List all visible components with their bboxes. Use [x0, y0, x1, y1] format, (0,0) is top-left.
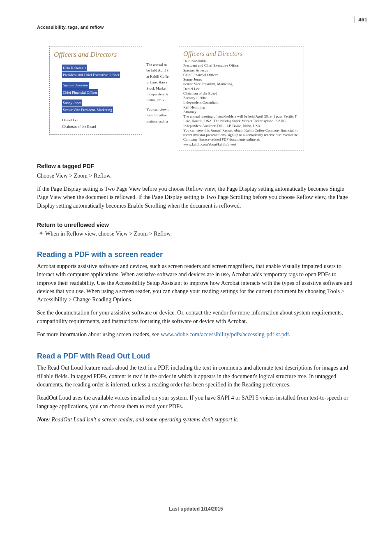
accessibility-pdf-link[interactable]: www.adobe.com/accessibility/pdfs/accessi…: [161, 331, 289, 338]
text: For more information about using screen …: [37, 331, 161, 338]
bullet-glyph: ❖: [37, 231, 45, 236]
bullet-row: ❖ When in Reflow view, choose View > Zoo…: [37, 231, 355, 237]
figure-left-title: Officers and Directors: [54, 51, 138, 59]
text: .: [289, 331, 291, 338]
heading-return-unreflowed: Return to unreflowed view: [37, 222, 355, 228]
figure-person-name: Halo Kahalukia: [62, 65, 87, 71]
page-number: 461: [354, 16, 367, 23]
figure-person-role: Senior Vice President, Marketing: [62, 106, 113, 113]
paragraph: ReadOut Loud uses the available voices i…: [37, 394, 355, 411]
figure-person-role: Chief Financial Officer: [62, 89, 98, 96]
figure-right-panel: Officers and Directors Halo Kahalukia Pr…: [179, 46, 304, 150]
paragraph: If the Page Display setting is Two Page …: [37, 185, 355, 210]
heading-screen-reader: Reading a PDF with a screen reader: [37, 250, 355, 259]
paragraph: Acrobat supports assistive software and …: [37, 262, 355, 304]
heading-reflow-tagged: Reflow a tagged PDF: [37, 163, 355, 169]
figure-left-panel: Officers and Directors Halo Kahalukia Pr…: [49, 46, 142, 135]
figure-middle-text: The annual m be held April 3 at Kahili C…: [146, 46, 175, 124]
figure-person-role: President and Chief Executive Officer: [62, 72, 120, 78]
bullet-text: When in Reflow view, choose View > Zoom …: [45, 231, 172, 237]
breadcrumb: Accessibility, tags, and reflow: [37, 25, 355, 30]
figure-person-name: Spenser Arneson: [62, 82, 89, 88]
footer-last-updated: Last updated 1/14/2015: [37, 506, 355, 512]
paragraph: For more information about using screen …: [37, 331, 355, 339]
note-paragraph: Note: ReadOut Loud isn't a screen reader…: [37, 416, 355, 424]
figure-person-role: Chairman of the Board: [62, 125, 96, 129]
paragraph: Choose View > Zoom > Reflow.: [37, 172, 355, 180]
paragraph: The Read Out Loud feature reads aloud th…: [37, 364, 355, 389]
heading-read-out-loud: Read a PDF with Read Out Loud: [37, 352, 355, 361]
note-label: Note:: [37, 416, 50, 423]
figure-person-name: Sunny Jones: [62, 99, 82, 106]
figure-person-name: Daniel Lee: [62, 118, 78, 122]
reflow-comparison-figure: Officers and Directors Halo Kahalukia Pr…: [49, 46, 304, 150]
paragraph: See the documentation for your assistive…: [37, 309, 355, 326]
figure-right-title: Officers and Directors: [183, 50, 300, 58]
note-text: ReadOut Loud isn't a screen reader, and …: [50, 416, 238, 423]
